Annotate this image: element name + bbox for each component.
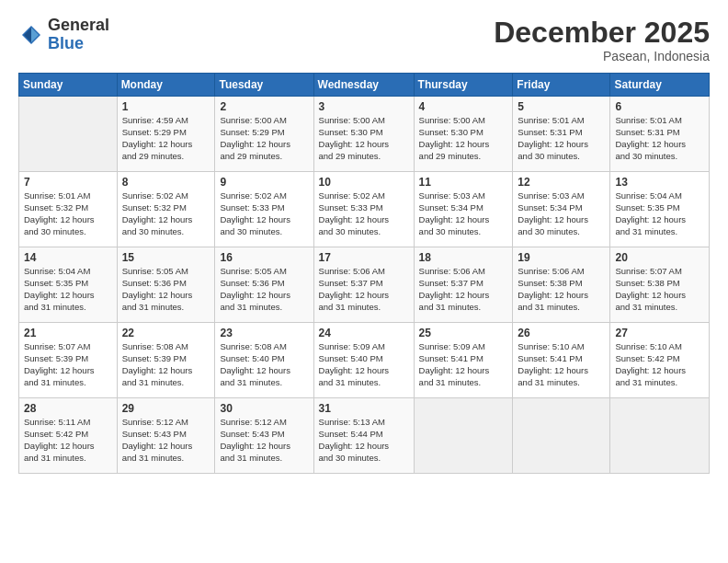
day-number: 28 [24, 402, 112, 415]
day-number: 17 [319, 251, 409, 264]
day-info: Sunrise: 5:10 AM Sunset: 5:42 PM Dayligh… [615, 341, 704, 388]
week-row-1: 1Sunrise: 4:59 AM Sunset: 5:29 PM Daylig… [19, 97, 710, 172]
calendar-cell [513, 398, 610, 474]
title-block: December 2025 Pasean, Indonesia [494, 17, 710, 63]
day-info: Sunrise: 5:12 AM Sunset: 5:43 PM Dayligh… [122, 417, 210, 464]
calendar-cell [610, 398, 710, 474]
col-tuesday: Tuesday [215, 74, 313, 97]
week-row-2: 7Sunrise: 5:01 AM Sunset: 5:32 PM Daylig… [19, 172, 710, 247]
col-monday: Monday [117, 74, 215, 97]
day-info: Sunrise: 5:07 AM Sunset: 5:38 PM Dayligh… [615, 266, 704, 313]
day-number: 11 [419, 176, 508, 189]
day-info: Sunrise: 5:02 AM Sunset: 5:33 PM Dayligh… [220, 190, 308, 237]
day-number: 8 [122, 176, 210, 189]
day-number: 22 [122, 327, 210, 339]
day-info: Sunrise: 5:01 AM Sunset: 5:31 PM Dayligh… [518, 115, 605, 162]
calendar-cell: 8Sunrise: 5:02 AM Sunset: 5:32 PM Daylig… [117, 172, 215, 247]
day-info: Sunrise: 5:05 AM Sunset: 5:36 PM Dayligh… [220, 266, 308, 313]
calendar-cell: 1Sunrise: 4:59 AM Sunset: 5:29 PM Daylig… [117, 97, 215, 172]
day-number: 18 [419, 251, 508, 264]
day-info: Sunrise: 5:01 AM Sunset: 5:32 PM Dayligh… [24, 190, 112, 237]
calendar-table: Sunday Monday Tuesday Wednesday Thursday… [18, 73, 710, 474]
day-number: 10 [319, 176, 409, 189]
day-number: 12 [518, 176, 605, 189]
calendar-cell: 20Sunrise: 5:07 AM Sunset: 5:38 PM Dayli… [610, 247, 710, 323]
calendar-cell [414, 398, 513, 474]
calendar-cell: 31Sunrise: 5:13 AM Sunset: 5:44 PM Dayli… [313, 398, 414, 474]
day-number: 13 [615, 176, 704, 189]
day-number: 25 [419, 327, 508, 339]
day-number: 24 [319, 327, 409, 339]
page: General Blue December 2025 Pasean, Indon… [0, 0, 728, 563]
day-number: 16 [220, 251, 308, 264]
location: Pasean, Indonesia [494, 49, 710, 63]
day-number: 27 [615, 327, 704, 339]
day-number: 6 [615, 100, 704, 113]
calendar-cell: 16Sunrise: 5:05 AM Sunset: 5:36 PM Dayli… [215, 247, 313, 323]
day-info: Sunrise: 5:02 AM Sunset: 5:32 PM Dayligh… [122, 190, 210, 237]
week-row-5: 28Sunrise: 5:11 AM Sunset: 5:42 PM Dayli… [19, 398, 710, 474]
calendar-cell: 6Sunrise: 5:01 AM Sunset: 5:31 PM Daylig… [610, 97, 710, 172]
day-number: 21 [24, 327, 112, 339]
day-info: Sunrise: 5:00 AM Sunset: 5:30 PM Dayligh… [419, 115, 508, 162]
calendar-cell: 13Sunrise: 5:04 AM Sunset: 5:35 PM Dayli… [610, 172, 710, 247]
day-number: 2 [220, 100, 308, 113]
day-info: Sunrise: 5:05 AM Sunset: 5:36 PM Dayligh… [122, 266, 210, 313]
calendar-header-row: Sunday Monday Tuesday Wednesday Thursday… [19, 74, 710, 97]
calendar-cell: 28Sunrise: 5:11 AM Sunset: 5:42 PM Dayli… [19, 398, 118, 474]
day-info: Sunrise: 5:03 AM Sunset: 5:34 PM Dayligh… [518, 190, 605, 237]
calendar-cell: 17Sunrise: 5:06 AM Sunset: 5:37 PM Dayli… [313, 247, 414, 323]
col-thursday: Thursday [414, 74, 513, 97]
calendar-cell: 30Sunrise: 5:12 AM Sunset: 5:43 PM Dayli… [215, 398, 313, 474]
calendar-cell: 10Sunrise: 5:02 AM Sunset: 5:33 PM Dayli… [313, 172, 414, 247]
day-info: Sunrise: 4:59 AM Sunset: 5:29 PM Dayligh… [122, 115, 210, 162]
calendar-cell: 14Sunrise: 5:04 AM Sunset: 5:35 PM Dayli… [19, 247, 118, 323]
calendar-cell: 9Sunrise: 5:02 AM Sunset: 5:33 PM Daylig… [215, 172, 313, 247]
calendar-cell: 21Sunrise: 5:07 AM Sunset: 5:39 PM Dayli… [19, 323, 118, 398]
col-sunday: Sunday [19, 74, 118, 97]
day-info: Sunrise: 5:13 AM Sunset: 5:44 PM Dayligh… [319, 417, 409, 464]
calendar-cell: 3Sunrise: 5:00 AM Sunset: 5:30 PM Daylig… [313, 97, 414, 172]
calendar-cell: 22Sunrise: 5:08 AM Sunset: 5:39 PM Dayli… [117, 323, 215, 398]
day-number: 5 [518, 100, 605, 113]
day-info: Sunrise: 5:08 AM Sunset: 5:40 PM Dayligh… [220, 341, 308, 388]
day-info: Sunrise: 5:03 AM Sunset: 5:34 PM Dayligh… [419, 190, 508, 237]
day-number: 4 [419, 100, 508, 113]
day-info: Sunrise: 5:06 AM Sunset: 5:38 PM Dayligh… [518, 266, 605, 313]
day-number: 15 [122, 251, 210, 264]
col-saturday: Saturday [610, 74, 710, 97]
calendar-cell: 15Sunrise: 5:05 AM Sunset: 5:36 PM Dayli… [117, 247, 215, 323]
day-info: Sunrise: 5:10 AM Sunset: 5:41 PM Dayligh… [518, 341, 605, 388]
calendar-cell: 2Sunrise: 5:00 AM Sunset: 5:29 PM Daylig… [215, 97, 313, 172]
calendar-cell: 26Sunrise: 5:10 AM Sunset: 5:41 PM Dayli… [513, 323, 610, 398]
calendar-cell: 5Sunrise: 5:01 AM Sunset: 5:31 PM Daylig… [513, 97, 610, 172]
calendar-cell: 29Sunrise: 5:12 AM Sunset: 5:43 PM Dayli… [117, 398, 215, 474]
day-number: 29 [122, 402, 210, 415]
col-friday: Friday [513, 74, 610, 97]
logo-text: General Blue [48, 17, 109, 53]
day-info: Sunrise: 5:06 AM Sunset: 5:37 PM Dayligh… [319, 266, 409, 313]
day-info: Sunrise: 5:04 AM Sunset: 5:35 PM Dayligh… [615, 190, 704, 237]
calendar-cell: 12Sunrise: 5:03 AM Sunset: 5:34 PM Dayli… [513, 172, 610, 247]
day-number: 20 [615, 251, 704, 264]
calendar-cell: 24Sunrise: 5:09 AM Sunset: 5:40 PM Dayli… [313, 323, 414, 398]
col-wednesday: Wednesday [313, 74, 414, 97]
calendar-cell: 25Sunrise: 5:09 AM Sunset: 5:41 PM Dayli… [414, 323, 513, 398]
week-row-3: 14Sunrise: 5:04 AM Sunset: 5:35 PM Dayli… [19, 247, 710, 323]
logo: General Blue [18, 17, 109, 53]
calendar-cell: 18Sunrise: 5:06 AM Sunset: 5:37 PM Dayli… [414, 247, 513, 323]
header: General Blue December 2025 Pasean, Indon… [18, 17, 710, 63]
day-number: 3 [319, 100, 409, 113]
calendar-cell: 19Sunrise: 5:06 AM Sunset: 5:38 PM Dayli… [513, 247, 610, 323]
calendar-cell: 27Sunrise: 5:10 AM Sunset: 5:42 PM Dayli… [610, 323, 710, 398]
day-info: Sunrise: 5:12 AM Sunset: 5:43 PM Dayligh… [220, 417, 308, 464]
day-number: 30 [220, 402, 308, 415]
calendar-cell: 7Sunrise: 5:01 AM Sunset: 5:32 PM Daylig… [19, 172, 118, 247]
day-info: Sunrise: 5:00 AM Sunset: 5:30 PM Dayligh… [319, 115, 409, 162]
week-row-4: 21Sunrise: 5:07 AM Sunset: 5:39 PM Dayli… [19, 323, 710, 398]
day-number: 7 [24, 176, 112, 189]
day-info: Sunrise: 5:09 AM Sunset: 5:41 PM Dayligh… [419, 341, 508, 388]
day-number: 14 [24, 251, 112, 264]
day-info: Sunrise: 5:08 AM Sunset: 5:39 PM Dayligh… [122, 341, 210, 388]
calendar-cell: 11Sunrise: 5:03 AM Sunset: 5:34 PM Dayli… [414, 172, 513, 247]
